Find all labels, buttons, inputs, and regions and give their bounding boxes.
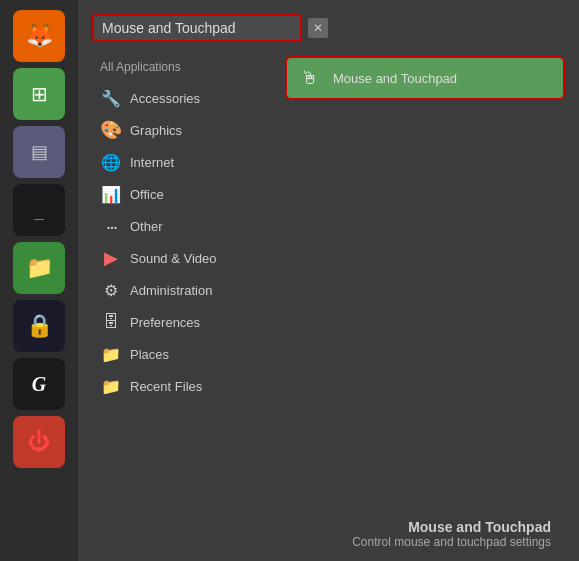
accessories-icon: 🔧 <box>100 87 122 109</box>
mouse-touchpad-icon: 🖱 <box>297 65 323 91</box>
category-administration[interactable]: ⚙ Administration <box>92 274 277 306</box>
sidebar-icon-terminal[interactable]: _ <box>13 184 65 236</box>
search-input-wrapper[interactable] <box>92 14 302 42</box>
category-sound-video-label: Sound & Video <box>130 251 217 266</box>
search-clear-button[interactable]: ✕ <box>308 18 328 38</box>
results-panel: 🖱 Mouse and Touchpad <box>277 56 565 509</box>
sidebar-icon-ui[interactable]: ▤ <box>13 126 65 178</box>
other-icon: ··· <box>100 215 122 237</box>
places-icon: 📁 <box>100 343 122 365</box>
status-app-desc: Control mouse and touchpad settings <box>92 535 551 549</box>
result-mouse-touchpad[interactable]: 🖱 Mouse and Touchpad <box>285 56 565 100</box>
lock-icon: 🔒 <box>26 313 53 339</box>
category-office-label: Office <box>130 187 164 202</box>
category-recent-files[interactable]: 📁 Recent Files <box>92 370 277 402</box>
category-preferences[interactable]: 🗄 Preferences <box>92 306 277 338</box>
category-accessories[interactable]: 🔧 Accessories <box>92 82 277 114</box>
status-bar: Mouse and Touchpad Control mouse and tou… <box>92 509 565 561</box>
firefox-icon: 🦊 <box>26 23 53 49</box>
grub-icon: G <box>32 373 46 396</box>
graphics-icon: 🎨 <box>100 119 122 141</box>
category-recent-files-label: Recent Files <box>130 379 202 394</box>
folder-icon: 📁 <box>26 255 53 281</box>
apps-grid-icon: ⊞ <box>31 82 48 106</box>
category-other-label: Other <box>130 219 163 234</box>
main-area: ✕ All Applications 🔧 Accessories 🎨 Graph… <box>78 0 579 561</box>
search-bar: ✕ <box>92 14 565 42</box>
category-accessories-label: Accessories <box>130 91 200 106</box>
sidebar-icon-files[interactable]: 📁 <box>13 242 65 294</box>
terminal-icon: _ <box>34 201 44 220</box>
category-list-header: All Applications <box>92 56 277 82</box>
category-internet[interactable]: 🌐 Internet <box>92 146 277 178</box>
office-icon: 📊 <box>100 183 122 205</box>
category-administration-label: Administration <box>130 283 212 298</box>
sidebar-icon-apps[interactable]: ⊞ <box>13 68 65 120</box>
category-places[interactable]: 📁 Places <box>92 338 277 370</box>
power-icon: ⏻ <box>28 429 50 455</box>
content-area: All Applications 🔧 Accessories 🎨 Graphic… <box>92 56 565 509</box>
preferences-icon: 🗄 <box>100 311 122 333</box>
category-list: All Applications 🔧 Accessories 🎨 Graphic… <box>92 56 277 509</box>
sidebar-icon-firefox[interactable]: 🦊 <box>13 10 65 62</box>
category-other[interactable]: ··· Other <box>92 210 277 242</box>
internet-icon: 🌐 <box>100 151 122 173</box>
category-sound-video[interactable]: ▶ Sound & Video <box>92 242 277 274</box>
category-graphics[interactable]: 🎨 Graphics <box>92 114 277 146</box>
ui-icon: ▤ <box>31 141 48 163</box>
result-mouse-touchpad-label: Mouse and Touchpad <box>333 71 457 86</box>
category-internet-label: Internet <box>130 155 174 170</box>
sidebar-icon-grub[interactable]: G <box>13 358 65 410</box>
category-graphics-label: Graphics <box>130 123 182 138</box>
category-office[interactable]: 📊 Office <box>92 178 277 210</box>
status-app-name: Mouse and Touchpad <box>92 519 551 535</box>
sidebar: 🦊 ⊞ ▤ _ 📁 🔒 G ⏻ <box>0 0 78 561</box>
sidebar-icon-power[interactable]: ⏻ <box>13 416 65 468</box>
recent-files-icon: 📁 <box>100 375 122 397</box>
search-input[interactable] <box>102 20 292 36</box>
administration-icon: ⚙ <box>100 279 122 301</box>
category-preferences-label: Preferences <box>130 315 200 330</box>
sidebar-icon-lock[interactable]: 🔒 <box>13 300 65 352</box>
category-places-label: Places <box>130 347 169 362</box>
sound-video-icon: ▶ <box>100 247 122 269</box>
